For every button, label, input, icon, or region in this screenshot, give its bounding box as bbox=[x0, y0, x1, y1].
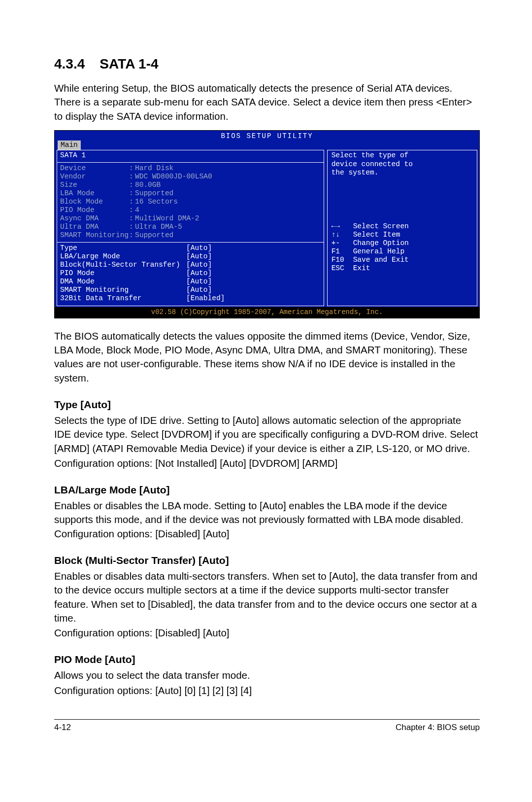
opt-key: Block(Multi-Sector Transfer) bbox=[60, 261, 186, 269]
chapter-label: Chapter 4: BIOS setup bbox=[396, 723, 480, 732]
bios-panel-title: SATA 1 bbox=[60, 151, 322, 160]
info-key: Block Mode bbox=[60, 198, 129, 206]
sub-block-p2: Configuration options: [Disabled] [Auto] bbox=[54, 626, 480, 640]
esc-key-icon: ESC bbox=[332, 264, 353, 273]
bios-screenshot: BIOS SETUP UTILITY Main SATA 1 Device:Ha… bbox=[54, 130, 480, 318]
info-val: 16 Sectors bbox=[135, 198, 178, 206]
sub-block-heading: Block (Multi-Sector Transfer) [Auto] bbox=[54, 555, 480, 566]
opt-val: [Auto] bbox=[186, 252, 212, 261]
sub-pio-p1: Allows you to select the data transfer m… bbox=[54, 668, 480, 682]
f1-key-icon: F1 bbox=[332, 247, 353, 256]
nav-label: Save and Exit bbox=[353, 256, 409, 264]
arrows-ud-icon: ↑↓ bbox=[332, 231, 353, 239]
sub-block-p1: Enables or disables data multi-sectors t… bbox=[54, 569, 480, 625]
nav-label: Select Item bbox=[353, 231, 400, 239]
bios-left-panel: SATA 1 Device:Hard Disk Vendor:WDC WD800… bbox=[57, 150, 324, 306]
info-key: Ultra DMA bbox=[60, 223, 129, 231]
opt-val: [Auto] bbox=[186, 278, 212, 286]
nav-label: General Help bbox=[353, 247, 404, 256]
sub-pio-heading: PIO Mode [Auto] bbox=[54, 654, 480, 665]
nav-label: Select Screen bbox=[353, 222, 409, 231]
opt-val: [Auto] bbox=[186, 269, 212, 278]
info-key: SMART Monitoring bbox=[60, 231, 129, 240]
bios-help-text: Select the type of device connected to t… bbox=[332, 151, 473, 176]
opt-key: DMA Mode bbox=[60, 278, 186, 286]
after-bios-paragraph: The BIOS automatically detects the value… bbox=[54, 329, 480, 385]
f10-key-icon: F10 bbox=[332, 256, 353, 264]
bios-right-panel: Select the type of device connected to t… bbox=[327, 150, 477, 306]
footer-rule bbox=[54, 719, 480, 720]
info-key: Size bbox=[60, 181, 129, 189]
info-val: Hard Disk bbox=[135, 164, 173, 173]
info-val: Supported bbox=[135, 189, 173, 198]
info-key: Device bbox=[60, 164, 129, 173]
opt-key: PIO Mode bbox=[60, 269, 186, 278]
intro-paragraph: While entering Setup, the BIOS automatic… bbox=[54, 81, 480, 123]
plus-minus-icon: +- bbox=[332, 239, 353, 247]
info-val: Ultra DMA-5 bbox=[135, 223, 182, 231]
sub-lba-p1: Enables or disables the LBA mode. Settin… bbox=[54, 499, 480, 541]
sub-type-heading: Type [Auto] bbox=[54, 399, 480, 411]
arrows-lr-icon: ←→ bbox=[332, 222, 353, 231]
sub-pio-p2: Configuration options: [Auto] [0] [1] [2… bbox=[54, 684, 480, 697]
opt-key: LBA/Large Mode bbox=[60, 252, 186, 261]
info-val: 80.0GB bbox=[135, 181, 161, 189]
section-title: SATA 1-4 bbox=[100, 56, 158, 71]
sub-lba-heading: LBA/Large Mode [Auto] bbox=[54, 484, 480, 496]
nav-label: Change Option bbox=[353, 239, 409, 247]
info-val: WDC WD800JD-00LSA0 bbox=[135, 173, 212, 181]
section-number: 4.3.4 bbox=[54, 56, 85, 71]
nav-label: Exit bbox=[353, 264, 370, 273]
info-val: 4 bbox=[135, 206, 139, 214]
info-key: PIO Mode bbox=[60, 206, 129, 214]
opt-key: 32Bit Data Transfer bbox=[60, 294, 186, 303]
info-key: Async DMA bbox=[60, 214, 129, 223]
bios-title: BIOS SETUP UTILITY bbox=[55, 131, 479, 141]
page-number: 4-12 bbox=[54, 723, 71, 732]
bios-tab-main: Main bbox=[58, 140, 81, 150]
opt-val: [Auto] bbox=[186, 244, 212, 252]
opt-key: Type bbox=[60, 244, 186, 252]
sub-type-p2: Configuration options: [Not Installed] [… bbox=[54, 456, 480, 470]
sub-type-p1: Selects the type of IDE drive. Setting t… bbox=[54, 414, 480, 455]
info-val: MultiWord DMA-2 bbox=[135, 214, 200, 223]
section-heading: 4.3.4SATA 1-4 bbox=[54, 54, 480, 72]
info-key: Vendor bbox=[60, 173, 129, 181]
bios-copyright: v02.58 (C)Copyright 1985-2007, American … bbox=[55, 307, 479, 318]
opt-val: [Auto] bbox=[186, 286, 212, 294]
page-footer: 4-12 Chapter 4: BIOS setup bbox=[54, 723, 480, 732]
opt-val: [Auto] bbox=[186, 261, 212, 269]
bios-tabbar: Main bbox=[55, 140, 479, 150]
info-key: LBA Mode bbox=[60, 189, 129, 198]
info-val: Supported bbox=[135, 231, 173, 240]
opt-key: SMART Monitoring bbox=[60, 286, 186, 294]
opt-val: [Enabled] bbox=[186, 294, 225, 303]
